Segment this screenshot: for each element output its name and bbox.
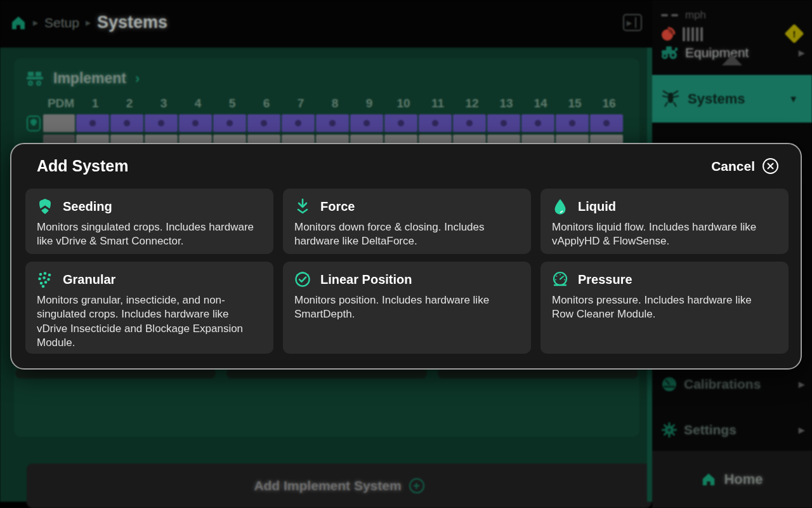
implement-column-label: 9 bbox=[353, 97, 386, 110]
sidebar-item-settings[interactable]: Settings ▸ bbox=[652, 418, 812, 442]
systems-icon bbox=[660, 88, 681, 110]
row2-cell[interactable] bbox=[76, 135, 109, 144]
row-module-cell[interactable] bbox=[179, 114, 212, 132]
chevron-right-icon: ▸ bbox=[799, 377, 804, 391]
implement-column-label: 13 bbox=[490, 97, 523, 110]
implement-column-label: 7 bbox=[284, 97, 317, 110]
module-dot-icon bbox=[261, 120, 267, 126]
row-module-cell[interactable] bbox=[282, 114, 315, 132]
modal-title: Add System bbox=[37, 157, 128, 175]
row-module-cell[interactable] bbox=[316, 114, 349, 132]
row2-cell[interactable] bbox=[282, 135, 315, 144]
card-title: Liquid bbox=[578, 199, 616, 214]
home-icon bbox=[701, 472, 716, 487]
implement-header[interactable]: Implement › bbox=[25, 70, 140, 87]
row2-cell[interactable] bbox=[556, 135, 589, 144]
pdm-cell[interactable] bbox=[43, 114, 75, 132]
module-dot-icon bbox=[569, 120, 575, 126]
popup-arrow-icon bbox=[722, 55, 742, 65]
module-dot-icon bbox=[432, 120, 438, 126]
speed-readout: mph bbox=[661, 9, 706, 22]
cancel-button[interactable]: Cancel bbox=[711, 157, 779, 175]
implement-column-label: 1 bbox=[79, 97, 112, 110]
row-module-cell[interactable] bbox=[590, 114, 623, 132]
row-module-cell[interactable] bbox=[453, 114, 486, 132]
row2-cell[interactable] bbox=[43, 135, 75, 144]
warning-icon[interactable]: ! bbox=[784, 23, 804, 43]
row2-cell[interactable] bbox=[179, 135, 212, 144]
module-dot-icon bbox=[398, 120, 404, 126]
system-card-granular[interactable]: Granular Monitors granular, insecticide,… bbox=[25, 262, 273, 354]
liquid-drop-icon bbox=[552, 198, 568, 215]
system-card-seeding[interactable]: Seeding Monitors singulated crops. Inclu… bbox=[25, 189, 273, 254]
system-card-pressure[interactable]: Pressure Monitors pressure. Includes har… bbox=[540, 262, 789, 354]
gps-icon bbox=[660, 25, 677, 43]
cancel-label: Cancel bbox=[711, 159, 755, 174]
module-dot-icon bbox=[603, 120, 610, 126]
module-dot-icon bbox=[501, 120, 507, 126]
module-dot-icon bbox=[158, 120, 164, 126]
implement-column-label: 6 bbox=[250, 97, 283, 110]
add-implement-system-button[interactable]: Add Implement System + bbox=[27, 464, 652, 508]
module-dot-icon bbox=[295, 120, 301, 126]
row-module-cell[interactable] bbox=[145, 114, 178, 132]
row-module-cell[interactable] bbox=[213, 114, 246, 132]
panel-toggle-chevron: ▸ bbox=[627, 17, 632, 29]
settings-label: Settings bbox=[684, 422, 737, 438]
row-module-cell[interactable] bbox=[556, 114, 589, 132]
panel-toggle-icon[interactable]: ▸ bbox=[623, 14, 642, 31]
chevron-right-icon: ▸ bbox=[799, 46, 804, 60]
implement-column-label: 12 bbox=[455, 97, 488, 110]
row-module-cell[interactable] bbox=[350, 114, 383, 132]
chevron-right-icon: ▸ bbox=[799, 423, 804, 437]
row2-cell[interactable] bbox=[590, 135, 623, 144]
row-module-cell[interactable] bbox=[521, 114, 554, 132]
implement-row-1 bbox=[25, 114, 623, 132]
row2-cell[interactable] bbox=[419, 135, 452, 144]
home-icon[interactable] bbox=[10, 15, 27, 31]
implement-column-label: 10 bbox=[387, 97, 420, 110]
speed-unit: mph bbox=[685, 9, 706, 22]
row2-cell[interactable] bbox=[247, 135, 280, 144]
speed-dash bbox=[661, 14, 668, 17]
row2-cell[interactable] bbox=[213, 135, 246, 144]
background-card bbox=[438, 368, 638, 378]
module-dot-icon bbox=[363, 120, 370, 126]
row-module-cell[interactable] bbox=[384, 114, 417, 132]
implement-column-labels: PDM12345678910111213141516 bbox=[25, 97, 625, 110]
breadcrumb: ▸ Setup ▸ Systems bbox=[10, 13, 167, 32]
implement-icon bbox=[25, 70, 44, 87]
pressure-gauge-icon bbox=[552, 271, 568, 288]
breadcrumb-setup[interactable]: Setup bbox=[44, 15, 79, 30]
system-card-linear-position[interactable]: Linear Position Monitors position. Inclu… bbox=[283, 262, 531, 354]
row2-cell[interactable] bbox=[110, 135, 143, 144]
home-button[interactable]: Home bbox=[652, 451, 812, 508]
row-module-cell[interactable] bbox=[487, 114, 520, 132]
system-card-force[interactable]: Force Monitors down force & closing. Inc… bbox=[283, 189, 531, 254]
background-card bbox=[226, 368, 427, 378]
home-label: Home bbox=[724, 471, 763, 488]
row-module-cell[interactable] bbox=[76, 114, 109, 132]
row2-cell[interactable] bbox=[316, 135, 349, 144]
row2-cell[interactable] bbox=[145, 135, 178, 144]
system-card-liquid[interactable]: Liquid Monitors liquid flow. Includes ha… bbox=[540, 189, 789, 254]
row2-cell[interactable] bbox=[521, 135, 554, 144]
row-module-cell[interactable] bbox=[110, 114, 143, 132]
add-system-modal: Add System Cancel Seeding Monitors singu… bbox=[10, 143, 802, 370]
sidebar-item-calibrations[interactable]: Calibrations ▸ bbox=[652, 372, 812, 396]
module-dot-icon bbox=[192, 120, 199, 126]
implement-column-label: 14 bbox=[524, 97, 557, 110]
row2-cell[interactable] bbox=[384, 135, 417, 144]
card-title: Force bbox=[320, 199, 355, 214]
systems-label: Systems bbox=[688, 91, 745, 107]
implement-chevron-icon: › bbox=[135, 70, 140, 87]
row2-cell[interactable] bbox=[453, 135, 486, 144]
row2-cell[interactable] bbox=[487, 135, 520, 144]
row-module-cell[interactable] bbox=[419, 114, 452, 132]
row-module-cell[interactable] bbox=[247, 114, 280, 132]
caret-down-icon: ▼ bbox=[789, 93, 798, 104]
sidebar-item-systems[interactable]: Systems ▼ bbox=[652, 75, 812, 123]
row2-cell[interactable] bbox=[350, 135, 383, 144]
implement-column-label: 5 bbox=[216, 97, 249, 110]
linear-position-icon bbox=[294, 271, 311, 288]
